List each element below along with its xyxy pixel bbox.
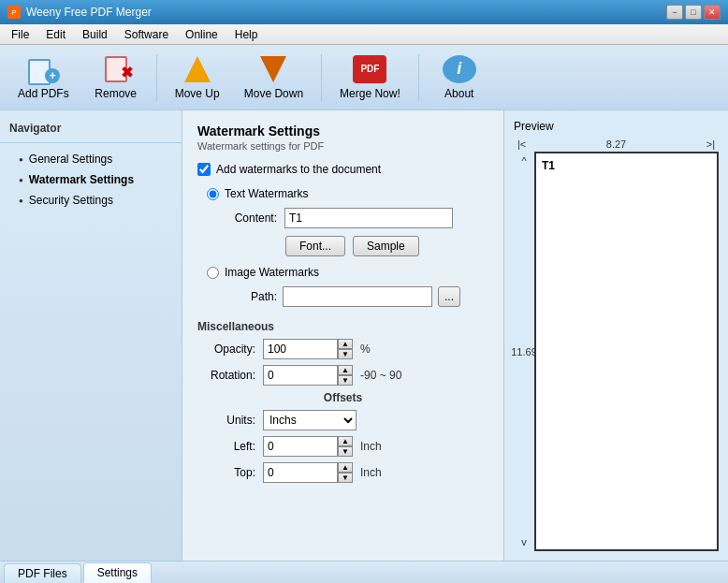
misc-title: Miscellaneous [197, 320, 488, 333]
toolbar-divider-2 [321, 54, 322, 101]
ruler-v-bottom: v [521, 536, 527, 547]
rotation-row: Rotation: ▲ ▼ -90 ~ 90 [197, 365, 488, 386]
image-watermark-label: Image Watermarks [225, 266, 319, 279]
remove-label: Remove [95, 87, 137, 100]
rotation-suffix: -90 ~ 90 [360, 369, 401, 382]
ruler-h-left: |< [517, 138, 526, 150]
about-icon: i [443, 55, 476, 83]
menu-bar: File Edit Build Software Online Help [0, 24, 728, 45]
move-down-icon [256, 55, 290, 83]
tab-pdf-files[interactable]: PDF Files [4, 563, 81, 583]
minimize-button[interactable]: − [666, 5, 683, 20]
rotation-down-button[interactable]: ▼ [338, 375, 353, 386]
move-up-button[interactable]: Move Up [165, 51, 230, 105]
move-up-label: Move Up [175, 87, 220, 100]
about-label: About [444, 87, 473, 100]
tab-settings[interactable]: Settings [83, 562, 152, 583]
preview-ruler-vertical: ^ 11.69 v [514, 152, 534, 551]
preview-container: ^ 11.69 v T1 [514, 152, 719, 551]
app-icon: P [7, 6, 21, 19]
sidebar-title: Navigator [0, 118, 182, 143]
preview-page: T1 [534, 152, 719, 551]
ruler-v-top: ^ [521, 155, 526, 167]
path-row: Path: ... [226, 286, 488, 307]
menu-file[interactable]: File [4, 26, 36, 43]
text-watermark-label: Text Watermarks [225, 187, 309, 200]
menu-online[interactable]: Online [178, 26, 226, 43]
top-down-button[interactable]: ▼ [338, 473, 353, 483]
content-label: Content: [226, 211, 277, 225]
restore-button[interactable]: □ [685, 5, 702, 20]
main-area: Navigator ● General Settings ● Watermark… [0, 110, 728, 561]
opacity-row: Opacity: ▲ ▼ % [197, 339, 488, 359]
remove-button[interactable]: ✖ Remove [83, 51, 149, 105]
top-spinner: ▲ ▼ [263, 462, 353, 483]
font-button[interactable]: Font... [285, 236, 345, 256]
top-label: Top: [197, 466, 255, 479]
left-label: Left: [197, 440, 255, 453]
move-up-icon [181, 55, 214, 83]
top-up-button[interactable]: ▲ [338, 462, 353, 473]
merge-now-button[interactable]: PDF Merge Now! [329, 51, 411, 105]
image-watermark-radio[interactable] [207, 267, 219, 279]
about-button[interactable]: i About [427, 51, 492, 105]
opacity-up-button[interactable]: ▲ [338, 339, 353, 349]
sidebar-item-security-label: Security Settings [29, 194, 113, 207]
preview-panel: Preview |< 8.27 >| ^ 11.69 v T1 [503, 110, 728, 561]
left-input[interactable] [263, 436, 338, 457]
move-down-button[interactable]: Move Down [234, 51, 313, 105]
units-select[interactable]: InchsCentimetersMillimeters [263, 410, 357, 430]
add-pdfs-label: Add PDFs [18, 87, 69, 100]
opacity-down-button[interactable]: ▼ [338, 349, 353, 359]
move-down-label: Move Down [244, 87, 303, 100]
top-row: Top: ▲ ▼ Inch [197, 462, 488, 483]
menu-build[interactable]: Build [75, 26, 115, 43]
offsets-title: Offsets [197, 391, 488, 404]
rotation-input[interactable] [263, 365, 338, 386]
opacity-suffix: % [360, 343, 371, 356]
left-up-button[interactable]: ▲ [338, 436, 353, 446]
add-watermark-row: Add watermarks to the document [197, 163, 488, 176]
font-sample-row: Font... Sample [285, 236, 488, 256]
opacity-spinner: ▲ ▼ [263, 339, 353, 359]
add-watermark-label: Add watermarks to the document [216, 163, 381, 176]
bullet-general: ● [19, 155, 23, 164]
preview-watermark-text: T1 [542, 159, 555, 172]
opacity-label: Opacity: [197, 343, 255, 356]
toolbar-divider-1 [156, 54, 157, 101]
left-spinner: ▲ ▼ [263, 436, 353, 457]
merge-icon: PDF [353, 55, 386, 83]
content-input[interactable] [284, 208, 453, 228]
add-watermark-checkbox[interactable] [197, 163, 211, 176]
sidebar-item-general[interactable]: ● General Settings [0, 149, 182, 169]
image-watermark-row: Image Watermarks [207, 266, 488, 279]
add-pdfs-button[interactable]: + Add PDFs [7, 51, 80, 105]
browse-button[interactable]: ... [438, 286, 460, 307]
window-title: Weeny Free PDF Merger [26, 6, 152, 19]
toolbar-divider-3 [418, 54, 419, 101]
units-row: Units: InchsCentimetersMillimeters [197, 410, 488, 430]
merge-now-label: Merge Now! [340, 87, 400, 100]
top-suffix: Inch [360, 466, 382, 479]
rotation-up-button[interactable]: ▲ [338, 365, 353, 375]
rotation-label: Rotation: [197, 369, 255, 382]
bullet-watermark: ● [19, 176, 23, 184]
ruler-h-right: >| [706, 138, 715, 150]
path-input[interactable] [283, 286, 432, 307]
menu-edit[interactable]: Edit [38, 26, 73, 43]
text-watermark-radio[interactable] [207, 188, 219, 200]
panel-subtitle: Watermark settings for PDF [197, 140, 488, 152]
menu-software[interactable]: Software [117, 26, 176, 43]
close-button[interactable]: ✕ [704, 5, 721, 20]
top-input[interactable] [263, 462, 338, 483]
remove-icon: ✖ [99, 55, 133, 83]
sample-button[interactable]: Sample [353, 236, 419, 256]
content-panel: Watermark Settings Watermark settings fo… [182, 110, 503, 561]
opacity-input[interactable] [263, 339, 338, 359]
ruler-h-value: 8.27 [606, 138, 626, 150]
sidebar-item-security[interactable]: ● Security Settings [0, 190, 182, 211]
preview-ruler-horizontal: |< 8.27 >| [514, 138, 719, 150]
menu-help[interactable]: Help [227, 26, 266, 43]
left-down-button[interactable]: ▼ [338, 446, 353, 457]
sidebar-item-watermark[interactable]: ● Watermark Settings [0, 169, 182, 190]
